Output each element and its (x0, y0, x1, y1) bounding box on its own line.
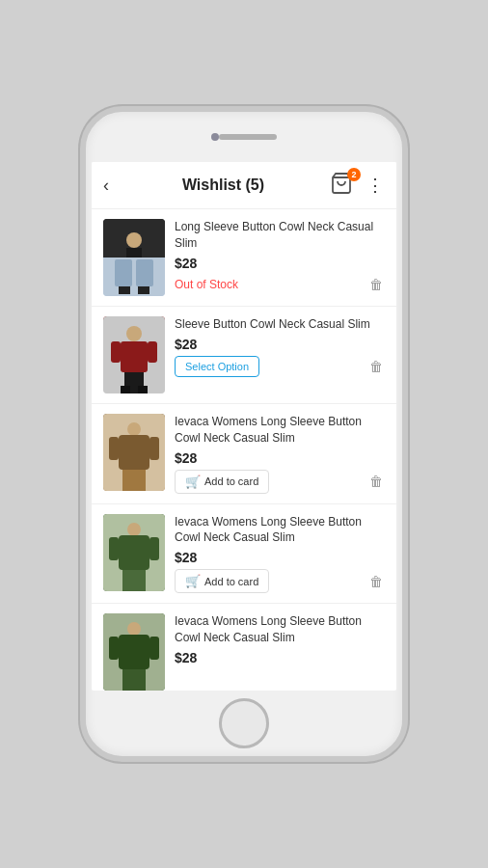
svg-rect-21 (149, 437, 159, 460)
product-image (103, 414, 165, 491)
svg-rect-2 (103, 258, 165, 296)
select-option-button[interactable]: Select Option (175, 356, 259, 377)
product-info: Ievaca Womens Long Sleeve Button Cowl Ne… (175, 414, 385, 494)
product-price: $28 (175, 550, 385, 565)
phone-speaker (219, 134, 277, 140)
phone-top (86, 112, 402, 162)
svg-rect-20 (109, 437, 119, 460)
svg-rect-25 (119, 535, 149, 570)
page-title: Wishlist (5) (117, 176, 330, 194)
product-image (103, 316, 165, 393)
product-info: Ievaca Womens Long Sleeve Button Cowl Ne… (175, 514, 385, 594)
add-to-cart-button[interactable]: 🛒 Add to card (175, 569, 269, 593)
svg-rect-11 (121, 341, 148, 372)
volume-down-button (80, 247, 82, 274)
svg-rect-5 (115, 259, 132, 286)
svg-rect-32 (109, 637, 119, 660)
delete-button[interactable]: 🗑 (367, 472, 385, 491)
product-price: $28 (175, 337, 385, 352)
cart-button[interactable]: 2 (330, 172, 357, 199)
svg-rect-16 (138, 386, 148, 393)
delete-button[interactable]: 🗑 (367, 275, 385, 294)
product-actions: Out of Stock 🗑 (175, 275, 385, 294)
wishlist-item: Ievaca Womens Long Sleeve Button Cowl Ne… (92, 404, 396, 504)
product-image (103, 219, 165, 296)
product-price: $28 (175, 256, 385, 271)
product-image (103, 514, 165, 591)
wishlist-scroll[interactable]: Long Sleeve Button Cowl Neck Casual Slim… (92, 209, 396, 691)
add-to-cart-button[interactable]: 🛒 Add to card (175, 470, 269, 494)
product-info: Ievaca Womens Long Sleeve Button Cowl Ne… (175, 613, 385, 669)
svg-rect-7 (119, 286, 130, 294)
product-name: Ievaca Womens Long Sleeve Button Cowl Ne… (175, 514, 385, 547)
wishlist-item: Ievaca Womens Long Sleeve Button Cowl Ne… (92, 504, 396, 605)
delete-button[interactable]: 🗑 (367, 572, 385, 591)
svg-rect-8 (138, 286, 149, 294)
svg-rect-22 (122, 470, 146, 491)
more-options-button[interactable]: ⋮ (366, 175, 385, 196)
svg-rect-6 (136, 259, 153, 286)
svg-rect-33 (149, 637, 159, 660)
svg-rect-31 (119, 635, 149, 669)
svg-point-24 (127, 523, 141, 536)
product-price: $28 (175, 450, 385, 466)
product-thumbnail (103, 514, 165, 591)
screen: ‹ Wishlist (5) 2 ⋮ (92, 162, 396, 691)
svg-point-30 (127, 622, 141, 636)
wishlist-item: Sleeve Button Cowl Neck Casual Slim $28 … (92, 307, 396, 404)
product-thumbnail (103, 316, 165, 393)
cart-plus-icon: 🛒 (185, 574, 201, 588)
home-button[interactable] (219, 698, 269, 748)
svg-rect-13 (148, 341, 157, 363)
phone-frame: ‹ Wishlist (5) 2 ⋮ (80, 106, 408, 762)
product-name: Ievaca Womens Long Sleeve Button Cowl Ne… (175, 613, 385, 646)
header-actions: 2 ⋮ (330, 172, 385, 199)
cart-badge: 2 (347, 168, 361, 181)
product-name: Ievaca Womens Long Sleeve Button Cowl Ne… (175, 414, 385, 447)
product-info: Long Sleeve Button Cowl Neck Casual Slim… (175, 219, 385, 294)
wishlist-item: Long Sleeve Button Cowl Neck Casual Slim… (92, 209, 396, 307)
product-actions: 🛒 Add to card 🗑 (175, 470, 385, 494)
svg-point-10 (126, 326, 142, 341)
product-info: Sleeve Button Cowl Neck Casual Slim $28 … (175, 316, 385, 377)
add-to-cart-label: Add to card (204, 576, 258, 587)
add-to-cart-label: Add to card (204, 475, 258, 487)
cart-plus-icon: 🛒 (185, 475, 201, 489)
product-thumbnail (103, 414, 165, 491)
svg-rect-34 (122, 669, 146, 691)
svg-rect-26 (109, 537, 119, 560)
delete-button[interactable]: 🗑 (367, 357, 385, 376)
svg-rect-27 (149, 537, 159, 560)
product-price: $28 (175, 650, 385, 665)
volume-up-button (80, 208, 82, 235)
out-of-stock-label: Out of Stock (175, 278, 238, 291)
product-actions: 🛒 Add to card 🗑 (175, 569, 385, 593)
product-name: Long Sleeve Button Cowl Neck Casual Slim (175, 219, 385, 252)
svg-point-18 (127, 422, 141, 436)
wishlist-item: Ievaca Womens Long Sleeve Button Cowl Ne… (92, 604, 396, 691)
svg-rect-19 (119, 435, 149, 470)
phone-camera (211, 133, 219, 141)
product-thumbnail (103, 219, 165, 296)
product-thumbnail (103, 613, 165, 691)
product-name: Sleeve Button Cowl Neck Casual Slim (175, 316, 385, 333)
svg-rect-28 (122, 570, 146, 591)
app-header: ‹ Wishlist (5) 2 ⋮ (92, 162, 396, 209)
power-button (406, 228, 408, 270)
svg-point-3 (126, 232, 142, 248)
product-image (103, 613, 165, 691)
svg-rect-15 (121, 386, 130, 393)
back-button[interactable]: ‹ (103, 176, 109, 196)
svg-rect-12 (111, 341, 121, 363)
svg-rect-4 (126, 248, 142, 258)
product-actions: Select Option 🗑 (175, 356, 385, 377)
